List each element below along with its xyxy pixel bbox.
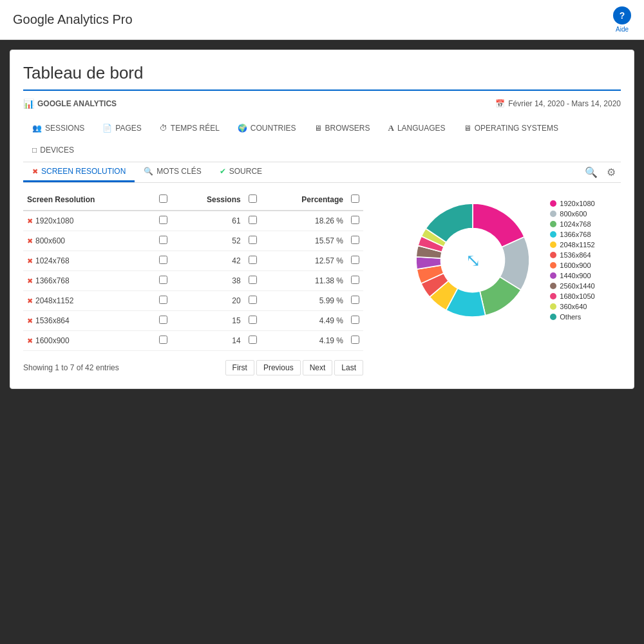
- tab-pages[interactable]: 📄 PAGES: [93, 118, 150, 140]
- search-icon[interactable]: 🔍: [582, 164, 600, 181]
- row-checkbox[interactable]: [159, 256, 167, 264]
- previous-button[interactable]: Previous: [256, 360, 301, 375]
- row-delete-icon[interactable]: ✖: [27, 337, 33, 345]
- cell-check3[interactable]: [347, 291, 363, 311]
- cell-check[interactable]: [155, 331, 171, 351]
- cell-check3[interactable]: [347, 211, 363, 231]
- tab-browsers[interactable]: 🖥 BROWSERS: [305, 118, 379, 140]
- os-icon: 🖥: [464, 124, 471, 133]
- first-button[interactable]: First: [225, 360, 254, 375]
- row-checkbox3[interactable]: [351, 276, 359, 284]
- legend-label: 1600x900: [560, 261, 591, 269]
- row-checkbox2[interactable]: [249, 236, 257, 244]
- row-checkbox3[interactable]: [351, 216, 359, 224]
- row-checkbox2[interactable]: [249, 316, 257, 324]
- row-checkbox[interactable]: [159, 276, 167, 284]
- legend-label: 1536x864: [560, 251, 591, 259]
- sessions-checkbox[interactable]: [249, 194, 257, 203]
- row-checkbox3[interactable]: [351, 256, 359, 264]
- legend-item-Others: Others: [550, 313, 594, 321]
- analytics-label: 📊 GOOGLE ANALYTICS: [23, 99, 117, 109]
- tab-operating-systems[interactable]: 🖥 OPERATING SYSTEMS: [455, 118, 567, 140]
- row-checkbox3[interactable]: [351, 296, 359, 304]
- legend-item-800x600: 800x600: [550, 210, 594, 218]
- percentage-checkbox[interactable]: [351, 194, 359, 203]
- cell-check2[interactable]: [245, 311, 261, 331]
- cell-sessions: 15: [171, 311, 244, 331]
- row-checkbox2[interactable]: [249, 276, 257, 284]
- legend-item-1440x900: 1440x900: [550, 272, 594, 279]
- row-delete-icon[interactable]: ✖: [27, 317, 33, 325]
- row-checkbox2[interactable]: [249, 216, 257, 224]
- tab-temps-reel[interactable]: ⏱ TEMPS RÉEL: [151, 118, 229, 140]
- cell-resolution: ✖2048x1152: [23, 291, 155, 311]
- sub-tab-screen-resolution[interactable]: ✖ SCREEN RESOLUTION: [23, 162, 135, 182]
- tab-languages[interactable]: A LANGUAGES: [379, 118, 455, 140]
- row-delete-icon[interactable]: ✖: [27, 297, 33, 305]
- tab-countries[interactable]: 🌍 COUNTRIES: [229, 118, 305, 140]
- row-checkbox[interactable]: [159, 316, 167, 324]
- countries-icon: 🌍: [238, 124, 247, 133]
- cell-sessions: 14: [171, 331, 244, 351]
- tab-devices[interactable]: □ DEVICES: [23, 140, 83, 162]
- row-checkbox[interactable]: [159, 336, 167, 344]
- cell-check2[interactable]: [245, 251, 261, 271]
- sub-tab-source[interactable]: ✔ SOURCE: [211, 162, 271, 182]
- last-button[interactable]: Last: [334, 360, 363, 375]
- cell-check3[interactable]: [347, 311, 363, 331]
- legend-dot: [550, 283, 556, 289]
- analytics-header: 📊 GOOGLE ANALYTICS 📅 Février 14, 2020 - …: [23, 99, 621, 109]
- cell-check2[interactable]: [245, 231, 261, 251]
- cell-check[interactable]: [155, 231, 171, 251]
- row-checkbox3[interactable]: [351, 316, 359, 324]
- chart-with-legend: ⤡ 1920x1080 800x600 1024x768 1366x768 20…: [402, 189, 594, 331]
- legend-label: 360x640: [560, 303, 587, 310]
- row-checkbox[interactable]: [159, 296, 167, 304]
- cell-check2[interactable]: [245, 271, 261, 291]
- pagination-area: Showing 1 to 7 of 42 entries First Previ…: [23, 360, 363, 375]
- cell-check3[interactable]: [347, 251, 363, 271]
- sub-tab-nav: ✖ SCREEN RESOLUTION 🔍 MOTS CLÉS ✔ SOURCE…: [23, 162, 621, 183]
- select-all-checkbox[interactable]: [159, 194, 167, 203]
- legend-dot: [550, 200, 556, 207]
- cell-check3[interactable]: [347, 271, 363, 291]
- row-checkbox[interactable]: [159, 236, 167, 244]
- row-checkbox3[interactable]: [351, 336, 359, 344]
- pagination-buttons: First Previous Next Last: [225, 360, 363, 375]
- row-checkbox2[interactable]: [249, 336, 257, 344]
- row-checkbox3[interactable]: [351, 236, 359, 244]
- cell-check3[interactable]: [347, 331, 363, 351]
- col-header-check1[interactable]: [155, 189, 171, 211]
- col-header-check3[interactable]: [347, 189, 363, 211]
- cell-check[interactable]: [155, 271, 171, 291]
- row-delete-icon[interactable]: ✖: [27, 217, 33, 225]
- aide-label: Aide: [616, 26, 629, 33]
- donut-center-icon[interactable]: ⤡: [444, 231, 502, 289]
- cell-check2[interactable]: [245, 291, 261, 311]
- main-tab-nav: 👥 SESSIONS 📄 PAGES ⏱ TEMPS RÉEL 🌍 COUNTR…: [23, 118, 621, 162]
- cell-percentage: 11.38 %: [261, 271, 347, 291]
- cell-resolution: ✖1536x864: [23, 311, 155, 331]
- tab-sessions[interactable]: 👥 SESSIONS: [23, 118, 93, 140]
- cell-check[interactable]: [155, 311, 171, 331]
- chart-area: ⤡ 1920x1080 800x600 1024x768 1366x768 20…: [376, 189, 621, 375]
- cell-check2[interactable]: [245, 211, 261, 231]
- sub-tab-mots-cles[interactable]: 🔍 MOTS CLÉS: [135, 162, 210, 182]
- col-header-check2[interactable]: [245, 189, 261, 211]
- cell-check[interactable]: [155, 251, 171, 271]
- aide-button[interactable]: ? Aide: [613, 6, 631, 33]
- cell-check2[interactable]: [245, 331, 261, 351]
- cell-check3[interactable]: [347, 231, 363, 251]
- row-delete-icon[interactable]: ✖: [27, 277, 33, 285]
- next-button[interactable]: Next: [303, 360, 333, 375]
- row-checkbox2[interactable]: [249, 256, 257, 264]
- cell-check[interactable]: [155, 291, 171, 311]
- row-delete-icon[interactable]: ✖: [27, 237, 33, 245]
- row-checkbox2[interactable]: [249, 296, 257, 304]
- cell-check[interactable]: [155, 211, 171, 231]
- row-delete-icon[interactable]: ✖: [27, 257, 33, 265]
- showing-text: Showing 1 to 7 of 42 entries: [23, 363, 119, 372]
- row-checkbox[interactable]: [159, 216, 167, 224]
- legend-dot: [550, 252, 556, 258]
- settings-icon[interactable]: ⚙: [604, 164, 618, 181]
